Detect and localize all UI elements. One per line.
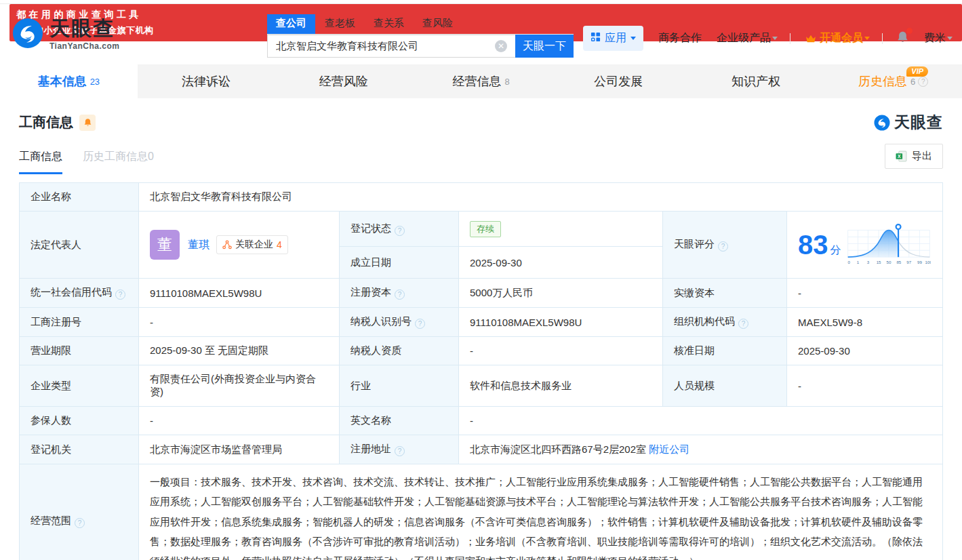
business-scope-label-cell: 经营范围? — [20, 464, 139, 560]
help-icon[interactable]: ? — [718, 241, 728, 252]
export-button[interactable]: X 导出 — [885, 144, 943, 169]
export-label: 导出 — [912, 150, 932, 163]
nav-enterprise[interactable]: 企业级产品 — [717, 31, 778, 45]
tab-count: 6 — [910, 77, 915, 87]
notifications-button[interactable] — [896, 31, 909, 46]
tianyancha-logo-icon — [874, 115, 890, 131]
apps-grid-icon — [590, 32, 601, 45]
score-axis-tick: 0 — [847, 260, 850, 264]
insured-count-value: - — [139, 407, 340, 435]
uscc-label-cell: 统一社会信用代码? — [20, 279, 139, 308]
reg-status-label: 登记状态 — [350, 222, 391, 234]
chevron-down-icon — [772, 37, 778, 40]
reg-capital-value: 5000万人民币 — [459, 279, 663, 308]
table-row: 参保人数 - 英文名称 - — [20, 407, 943, 435]
nav-user-menu[interactable]: 费米 — [924, 31, 953, 45]
subtab-history-label: 历史工商信息 — [83, 151, 148, 162]
nearby-companies-link[interactable]: 附近公司 — [649, 443, 689, 455]
taxpayer-id-value: 91110108MAEXL5W98U — [459, 308, 663, 337]
search-module: 查公司 查老板 查关系 查风险 ✕ 天眼一下 — [267, 14, 574, 58]
org-code-label-cell: 组织机构代码? — [663, 308, 787, 337]
nav-username: 费米 — [924, 31, 946, 45]
top-nav: 应用 商务合作 企业级产品 开通会员 费米 — [583, 26, 953, 51]
table-row: 统一社会信用代码? 91110108MAEXL5W98U 注册资本? 5000万… — [20, 279, 943, 308]
table-row: 营业期限 2025-09-30 至 无固定期限 纳税人资质 - 核准日期 202… — [20, 337, 943, 365]
org-code-label: 组织机构代码 — [674, 315, 735, 327]
help-icon[interactable]: ? — [115, 289, 125, 300]
org-network-icon — [222, 240, 232, 249]
related-companies-badge[interactable]: 关联企业 4 — [216, 235, 288, 254]
company-name-value: 北京智启文华教育科技有限公司 — [139, 183, 943, 212]
help-icon[interactable]: ? — [415, 319, 425, 329]
subscribe-bell-button[interactable] — [79, 115, 96, 131]
score-axis-tick: 100 — [925, 260, 930, 264]
score-axis-tick: 50 — [886, 260, 891, 264]
help-icon[interactable]: ? — [738, 319, 748, 329]
nav-cooperation[interactable]: 商务合作 — [658, 31, 702, 45]
nav-divider — [790, 33, 790, 44]
chevron-down-icon — [864, 37, 870, 40]
search-box: ✕ — [267, 35, 515, 58]
subtab-current-registration[interactable]: 工商信息 — [19, 150, 62, 174]
score-value: 83 — [798, 231, 828, 258]
tab-legal-litigation[interactable]: 法律诉讼 — [138, 64, 275, 98]
watermark-text: 天眼查 — [894, 112, 943, 133]
taxpayer-qualification-value: - — [459, 337, 663, 365]
business-term-label: 营业期限 — [20, 337, 139, 365]
help-icon[interactable]: ? — [75, 518, 85, 528]
taxpayer-id-label-cell: 纳税人识别号? — [340, 308, 459, 337]
tab-intellectual-property[interactable]: 知识产权 — [687, 64, 825, 98]
svg-text:X: X — [898, 154, 901, 159]
business-scope-label: 经营范围 — [31, 515, 71, 526]
notification-dot — [906, 28, 913, 34]
legal-rep-avatar[interactable]: 董 — [150, 230, 180, 260]
score-cell: 83 分 — [787, 212, 943, 279]
taxpayer-id-label: 纳税人识别号 — [350, 315, 412, 327]
chevron-down-icon — [947, 37, 953, 40]
tab-operational-risk[interactable]: 经营风险 — [275, 64, 412, 98]
tab-label: 历史信息 — [858, 73, 907, 89]
reg-status-label-cell: 登记状态? — [340, 212, 459, 247]
search-button[interactable]: 天眼一下 — [515, 35, 574, 58]
tab-basic-info[interactable]: 基本信息 23 — [0, 64, 138, 98]
score-marker-pin — [896, 224, 900, 229]
search-input[interactable] — [267, 35, 515, 58]
score-unit: 分 — [830, 243, 841, 258]
tab-history-info[interactable]: VIP 历史信息 6 ? — [824, 64, 962, 98]
tab-business-info[interactable]: 经营信息 8 — [412, 64, 550, 98]
english-name-value: - — [459, 407, 943, 435]
staff-size-label: 人员规模 — [663, 365, 787, 407]
nav-divider — [882, 33, 883, 44]
related-companies-label: 关联企业 — [235, 239, 273, 251]
registered-address-label-cell: 注册地址? — [340, 435, 459, 464]
search-tab-risk[interactable]: 查风险 — [422, 14, 453, 34]
business-registration-table: 企业名称 北京智启文华教育科技有限公司 法定代表人 董 董琪 关 — [19, 182, 943, 560]
help-icon[interactable]: ? — [395, 289, 405, 300]
section-title: 工商信息 — [19, 113, 73, 132]
registered-address-cell: 北京市海淀区北四环西路67号2层202室 附近公司 — [459, 435, 943, 464]
help-icon[interactable]: ? — [395, 446, 405, 456]
search-tab-company[interactable]: 查公司 — [267, 14, 315, 34]
subtab-row: 工商信息 历史工商信息0 X 导出 — [19, 144, 943, 174]
help-icon[interactable]: ? — [918, 77, 928, 87]
site-header: 天眼查 TianYanCha.com 都在用的商业查询工具 国家中小企业发展子基… — [0, 4, 962, 64]
help-icon[interactable]: ? — [395, 226, 405, 236]
legal-rep-name-link[interactable]: 董琪 — [188, 238, 209, 252]
paid-capital-value: - — [787, 279, 943, 308]
subtab-history-registration[interactable]: 历史工商信息0 — [83, 150, 154, 174]
apps-menu-button[interactable]: 应用 — [583, 26, 643, 51]
tab-count: 8 — [504, 77, 509, 87]
nav-vip-upgrade[interactable]: 开通会员 — [805, 31, 870, 45]
status-badge: 存续 — [470, 221, 501, 237]
reg-no-label: 工商注册号 — [20, 308, 139, 337]
score-axis-tick: 85 — [896, 260, 901, 264]
nav-vip-label: 开通会员 — [820, 31, 863, 45]
approval-date-value: 2025-09-30 — [787, 337, 943, 365]
company-type-label: 企业类型 — [20, 365, 139, 407]
search-tab-relation[interactable]: 查关系 — [374, 14, 404, 34]
clear-input-icon[interactable]: ✕ — [495, 40, 507, 52]
site-logo[interactable]: 天眼查 TianYanCha.com — [12, 18, 119, 52]
search-tab-boss[interactable]: 查老板 — [325, 14, 355, 34]
tab-company-development[interactable]: 公司发展 — [550, 64, 687, 98]
excel-icon: X — [896, 151, 907, 162]
